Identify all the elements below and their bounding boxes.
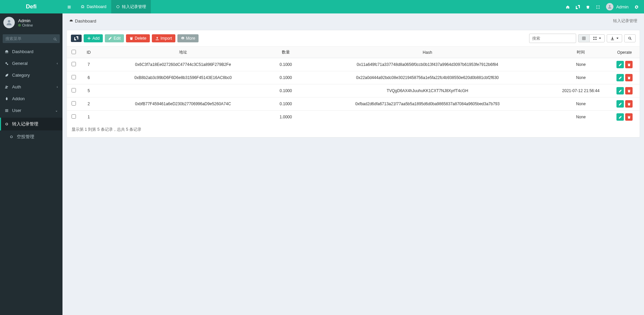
header-tab-label: Dashboard [87,4,106,9]
circle-icon [116,5,120,9]
view-toggle-group [578,34,605,42]
cell-hash: TVQgD6AX4hJuuhuKK1CXT7NJ8XyrfT4cGH [303,84,552,97]
cell-amount: 0.1000 [269,97,303,111]
gear-icon[interactable] [635,4,639,9]
svg-point-7 [7,86,8,87]
trash-icon [627,115,631,119]
sidebar-item-addon[interactable]: Addon [0,93,62,105]
cell-time: None [552,97,609,111]
chevron-left-icon: ‹ [57,62,58,65]
rocket-icon [5,97,9,101]
status-dot-icon [18,24,21,27]
sidebar-subitem-airdrop[interactable]: 空投管理 [0,130,62,143]
svg-point-6 [6,85,7,87]
row-checkbox[interactable] [72,75,76,79]
trash-icon [627,76,631,80]
row-checkbox[interactable] [72,88,76,92]
row-delete-button[interactable] [625,61,633,68]
sidebar-item-label: Auth [12,84,21,89]
sidebar-item-auth[interactable]: Auth‹ [0,81,62,93]
cell-time: None [552,71,609,84]
cell-id: 2 [80,97,97,111]
fullscreen-icon[interactable] [596,4,600,9]
row-delete-button[interactable] [625,74,633,81]
sidebar-item-user[interactable]: User⌄ [0,105,62,116]
col-operate[interactable]: Operate [609,47,640,58]
cell-id: 5 [80,84,97,97]
cell-address: 0xbfB77F459461a6eD230b27706996aD9e5260A7… [97,97,269,111]
more-button[interactable]: More [177,34,199,42]
download-icon [610,36,614,40]
cell-id: 6 [80,71,97,84]
breadcrumb-home[interactable]: Dashboard [69,18,96,24]
cog-icon [181,36,185,40]
list-icon [5,109,9,113]
import-button[interactable]: Import [152,34,175,42]
header-tab-records[interactable]: 转入记录管理 [111,0,151,13]
col-id[interactable]: ID [80,47,97,58]
row-delete-button[interactable] [625,113,633,121]
row-edit-button[interactable] [616,113,624,121]
sidebar-toggle[interactable] [62,4,76,9]
toolbar: Add Edit Delete Import More [67,30,640,46]
cell-amount: 0.1000 [269,58,303,71]
delete-button[interactable]: Delete [126,34,150,42]
cell-id: 7 [80,58,97,71]
main-content: Dashboard 转入记录管理 Add Edit Delete Import … [62,13,644,137]
table-row: 60xB8b2ab3c99bD6F6D6e8b31596F45143E16AC8… [67,71,640,84]
row-edit-button[interactable] [616,87,624,94]
row-edit-button[interactable] [616,100,624,108]
col-address[interactable]: 地址 [97,47,269,58]
row-delete-button[interactable] [625,100,633,108]
sidebar-item-category[interactable]: Category [0,69,62,81]
cell-hash: 0xfbad2d6dfa6713a21f77aa5b5a1895d6d0ba98… [303,97,552,111]
svg-point-5 [7,64,8,65]
home-icon[interactable] [566,4,570,9]
header-tab-dashboard[interactable]: Dashboard [76,0,111,13]
sidebar-item-general[interactable]: General‹ [0,57,62,69]
header-tabs: Dashboard 转入记录管理 [76,0,151,13]
col-time[interactable]: 时间 [552,47,609,58]
sidebar-menu: Dashboard General‹ Category Auth‹ Addon … [0,46,62,116]
row-edit-button[interactable] [616,61,624,68]
view-card-button[interactable] [578,34,590,42]
view-list-button[interactable] [589,34,605,42]
user-panel: Admin Online [0,13,62,32]
sidebar-item-dashboard[interactable]: Dashboard [0,46,62,57]
row-checkbox[interactable] [72,114,76,119]
svg-point-0 [117,5,119,8]
table-search-input[interactable] [529,34,576,43]
sidebar-item-label: 转入记录管理 [12,121,38,127]
sidebar-subitem-records[interactable]: 转入记录管理 [0,118,62,130]
search-icon[interactable] [53,36,57,41]
svg-point-4 [5,62,7,64]
trash-icon[interactable] [586,4,590,9]
header-user[interactable]: Admin [606,3,629,10]
trash-icon [129,36,133,40]
cell-address [97,84,269,97]
row-checkbox[interactable] [72,62,76,66]
export-button[interactable] [607,34,622,42]
edit-button[interactable]: Edit [105,34,124,42]
svg-point-3 [54,38,56,40]
row-delete-button[interactable] [625,87,633,94]
row-edit-button[interactable] [616,74,624,81]
col-hash[interactable]: Hash [303,47,552,58]
dashboard-icon [5,50,9,54]
pencil-icon [618,115,622,119]
pager-info: 显示第 1 到第 5 条记录，总共 5 条记录 [67,123,640,137]
col-amount[interactable]: 数量 [269,47,303,58]
sidebar-search [3,34,60,43]
select-all-checkbox[interactable] [72,50,76,54]
leaf-icon [5,73,9,77]
add-button[interactable]: Add [84,34,103,42]
svg-point-10 [182,38,183,39]
cell-id: 1 [80,111,97,124]
brand-logo[interactable]: Defi [0,0,62,13]
records-table: ID 地址 数量 Hash 时间 Operate 70x6C3f7a18Ee02… [67,46,640,123]
search-button[interactable] [624,34,636,42]
sidebar-search-input[interactable] [3,34,60,43]
refresh-icon[interactable] [576,4,580,9]
row-checkbox[interactable] [72,101,76,106]
refresh-button[interactable] [71,35,82,42]
